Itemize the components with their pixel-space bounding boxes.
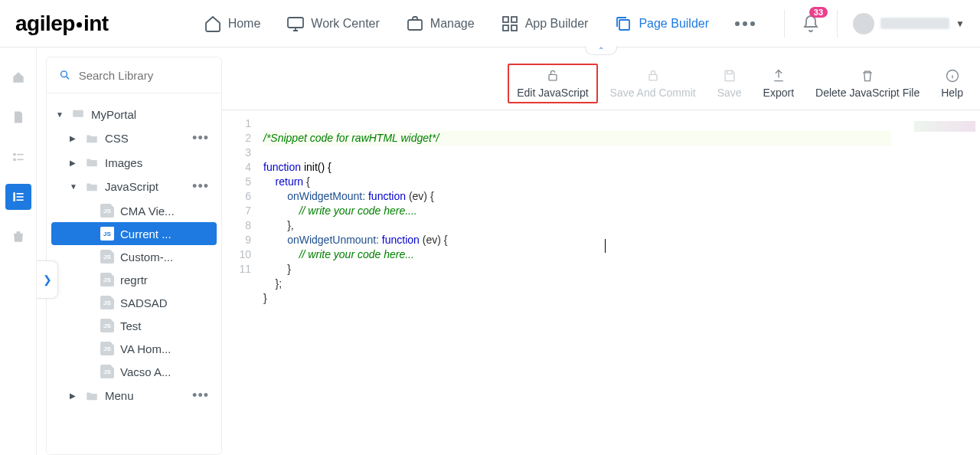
tree-label: VA Hom... [120, 342, 212, 355]
tree-file-sadsad[interactable]: JS SADSAD [51, 291, 217, 314]
tree-label: SADSAD [120, 296, 212, 309]
nav-home[interactable]: Home [193, 8, 272, 39]
save-commit-button[interactable]: Save And Commit [601, 64, 705, 103]
ribbon-list[interactable] [5, 144, 31, 170]
chevron-right-icon: ❯ [43, 273, 52, 286]
code-editor[interactable]: 1 2 3 4 5 6 7 8 9 10 11 /*Snippet code f… [222, 110, 980, 455]
nav-page-builder-label: Page Builder [639, 17, 709, 31]
library-sidebar: ▼ MyPortal ▶ CSS ••• ▶ Images ▼ JavaScri… [46, 57, 222, 455]
ribbon-home[interactable] [5, 64, 31, 90]
line-gutter: 1 2 3 4 5 6 7 8 9 10 11 [222, 116, 257, 455]
tree-label: regrtr [120, 273, 212, 286]
more-icon[interactable]: ••• [189, 388, 212, 404]
divider [837, 10, 838, 38]
js-file-icon: JS [100, 204, 114, 218]
tree-node-javascript[interactable]: ▼ JavaScript ••• [51, 174, 217, 199]
export-button[interactable]: Export [754, 64, 803, 103]
svg-point-15 [61, 71, 67, 77]
library-tree[interactable]: ▼ MyPortal ▶ CSS ••• ▶ Images ▼ JavaScri… [47, 93, 221, 430]
nav-app-builder[interactable]: App Builder [490, 8, 599, 39]
tree-label: JavaScript [105, 180, 183, 193]
text-cursor-icon [605, 239, 606, 253]
svg-rect-17 [549, 74, 557, 80]
minimap[interactable] [914, 121, 975, 132]
svg-rect-6 [619, 20, 629, 30]
collapse-toolbar-button[interactable]: ⌃ [585, 46, 617, 55]
ribbon-trash[interactable] [5, 224, 31, 250]
tree-file-cma[interactable]: JS CMA Vie... [51, 199, 217, 222]
search-bar [47, 57, 221, 93]
notifications-button[interactable]: 33 [800, 13, 822, 34]
tree-file-regrtr[interactable]: JS regrtr [51, 268, 217, 291]
tree-label: CSS [105, 132, 183, 145]
upload-icon [771, 68, 786, 83]
svg-rect-14 [16, 199, 23, 201]
tree-node-css[interactable]: ▶ CSS ••• [51, 126, 217, 151]
tree-file-current[interactable]: JS Current ... [51, 222, 217, 245]
nav-app-builder-label: App Builder [525, 17, 589, 31]
tree-node-images[interactable]: ▶ Images [51, 151, 217, 174]
top-right: 33 ▼ [784, 10, 965, 38]
save-button[interactable]: Save [708, 64, 751, 103]
btn-label: Export [763, 87, 794, 99]
js-file-icon: JS [100, 227, 114, 241]
js-file-icon: JS [100, 319, 114, 332]
caret-right-icon: ▶ [70, 159, 79, 167]
username-label [880, 18, 949, 29]
svg-rect-16 [73, 110, 83, 117]
chevron-down-icon: ▼ [956, 18, 965, 29]
file-text-icon [11, 110, 26, 125]
delete-js-button[interactable]: Delete JavaScript File [806, 64, 929, 103]
svg-rect-5 [511, 25, 517, 31]
help-button[interactable]: Help [932, 64, 972, 103]
left-ribbon [0, 47, 37, 455]
monitor-icon [286, 15, 305, 33]
home-outline-icon [11, 70, 26, 85]
caret-right-icon: ▶ [70, 391, 79, 400]
svg-rect-18 [649, 74, 657, 80]
nav-home-label: Home [228, 17, 261, 31]
more-icon[interactable]: ••• [189, 178, 212, 195]
svg-rect-9 [13, 159, 15, 161]
ribbon-indent[interactable] [5, 184, 31, 210]
lock-icon [645, 68, 661, 83]
more-icon[interactable]: ••• [189, 130, 212, 146]
tree-label: Menu [105, 389, 183, 402]
lock-open-icon [545, 68, 560, 83]
notifications-badge: 33 [809, 7, 828, 18]
tree-file-vacso[interactable]: JS Vacso A... [51, 360, 217, 383]
folder-icon [85, 180, 99, 194]
svg-rect-19 [727, 70, 732, 74]
editor-toolbar: Edit JavaScript Save And Commit Save Exp… [222, 57, 980, 110]
home-icon [204, 15, 222, 33]
ribbon-doc[interactable] [5, 104, 31, 130]
folder-icon [85, 389, 99, 403]
nav-page-builder[interactable]: Page Builder [603, 8, 720, 39]
top-brand-bar: agilepint Home Work Center Manage App Bu… [0, 0, 980, 47]
tree-label: Images [105, 156, 212, 169]
code-content[interactable]: /*Snippet code for rawHTML widget*/ func… [257, 116, 980, 455]
tree-node-myportal[interactable]: ▼ MyPortal [51, 103, 217, 126]
user-menu[interactable]: ▼ [853, 13, 965, 34]
nav-manage[interactable]: Manage [395, 8, 485, 39]
edit-javascript-button[interactable]: Edit JavaScript [508, 64, 597, 103]
nav-work-center[interactable]: Work Center [276, 8, 390, 39]
collapse-sidebar-button[interactable]: ❯ [37, 260, 58, 299]
info-icon [945, 68, 960, 83]
tree-label: Vacso A... [120, 365, 212, 378]
top-nav: Home Work Center Manage App Builder Page… [193, 8, 766, 39]
folder-icon [85, 132, 99, 146]
svg-rect-12 [16, 193, 23, 195]
copy-icon [614, 15, 632, 33]
search-input[interactable] [79, 69, 209, 82]
tree-file-custom[interactable]: JS Custom-... [51, 245, 217, 268]
svg-rect-0 [288, 18, 303, 28]
svg-rect-13 [16, 196, 23, 198]
tree-node-menu[interactable]: ▶ Menu ••• [51, 383, 217, 408]
js-file-icon: JS [100, 296, 114, 309]
folder-icon [85, 155, 99, 169]
caret-right-icon: ▶ [70, 134, 79, 142]
nav-more[interactable] [724, 15, 766, 32]
tree-file-test[interactable]: JS Test [51, 314, 217, 337]
tree-file-vahom[interactable]: JS VA Hom... [51, 337, 217, 360]
